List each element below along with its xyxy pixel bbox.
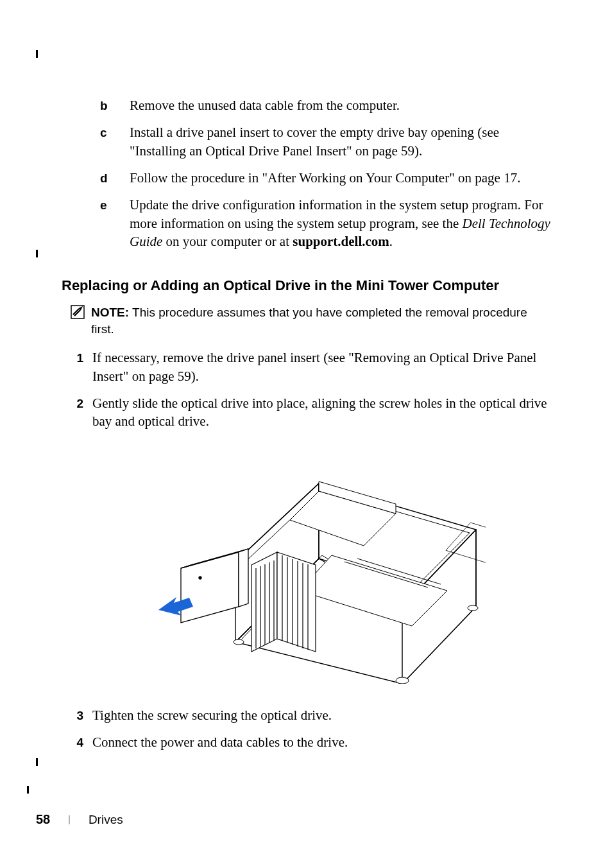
step-marker: 4: [73, 733, 92, 751]
footer-section: Drives: [89, 812, 123, 828]
step-text: Remove the unused data cable from the co…: [130, 96, 550, 114]
step-text-bold: support.dell.com: [293, 234, 389, 249]
note-block: NOTE: This procedure assumes that you ha…: [71, 304, 550, 337]
step-text-mid: on your computer or at: [162, 234, 293, 249]
step-c: c Install a drive panel insert to cover …: [100, 123, 550, 160]
svg-point-32: [234, 639, 244, 645]
change-bar: [36, 758, 38, 766]
step-text: Gently slide the optical drive into plac…: [92, 394, 550, 431]
numbered-step-list-bottom: 3 Tighten the screw securing the optical…: [73, 706, 550, 752]
note-text: NOTE: This procedure assumes that you ha…: [91, 304, 550, 337]
step-marker: d: [100, 169, 130, 187]
step-text: Follow the procedure in "After Working o…: [130, 169, 550, 187]
lettered-step-list: b Remove the unused data cable from the …: [100, 96, 550, 250]
change-bar: [36, 50, 38, 58]
step-2: 2 Gently slide the optical drive into pl…: [73, 394, 550, 431]
note-label: NOTE:: [91, 306, 129, 319]
step-marker: e: [100, 196, 130, 250]
change-bar: [36, 250, 38, 257]
step-text: Tighten the screw securing the optical d…: [92, 706, 550, 724]
step-text: Update the drive configuration informati…: [130, 196, 550, 250]
step-marker: 2: [73, 394, 92, 431]
svg-marker-27: [239, 549, 248, 607]
step-e: e Update the drive configuration informa…: [100, 196, 550, 250]
step-d: d Follow the procedure in "After Working…: [100, 169, 550, 187]
step-marker: 1: [73, 349, 92, 385]
step-1: 1 If necessary, remove the drive panel i…: [73, 349, 550, 385]
step-text: Install a drive panel insert to cover th…: [130, 123, 550, 160]
step-4: 4 Connect the power and data cables to t…: [73, 733, 550, 751]
note-icon: [71, 304, 91, 337]
note-body: This procedure assumes that you have com…: [91, 306, 527, 336]
svg-marker-13: [277, 552, 316, 652]
numbered-step-list-top: 1 If necessary, remove the drive panel i…: [73, 349, 550, 430]
svg-point-28: [199, 577, 201, 579]
page-number: 58: [36, 811, 50, 828]
step-marker: 3: [73, 706, 92, 724]
svg-point-30: [396, 677, 409, 684]
step-text: Connect the power and data cables to the…: [92, 733, 550, 751]
step-marker: c: [100, 123, 130, 160]
optical-drive-figure: [62, 446, 550, 688]
step-text: If necessary, remove the drive panel ins…: [92, 349, 550, 385]
footer-separator: |: [68, 813, 71, 826]
step-text-post: .: [389, 234, 393, 249]
page-footer: 58 | Drives: [36, 811, 123, 828]
step-marker: b: [100, 96, 130, 114]
step-3: 3 Tighten the screw securing the optical…: [73, 706, 550, 724]
svg-marker-12: [251, 552, 277, 652]
page-content: b Remove the unused data cable from the …: [0, 0, 612, 868]
step-b: b Remove the unused data cable from the …: [100, 96, 550, 114]
change-bar: [27, 786, 29, 794]
svg-point-31: [468, 605, 478, 611]
section-heading: Replacing or Adding an Optical Drive in …: [62, 276, 550, 295]
svg-marker-25: [181, 552, 239, 623]
